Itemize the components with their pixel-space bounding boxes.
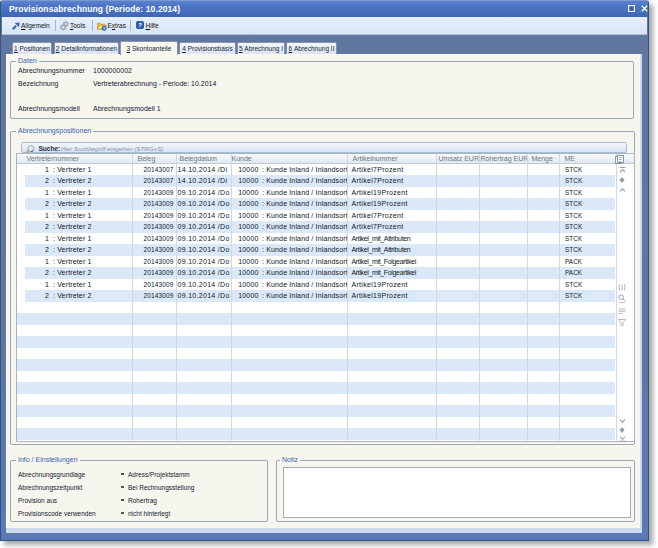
svg-text:?: ? (138, 22, 142, 28)
